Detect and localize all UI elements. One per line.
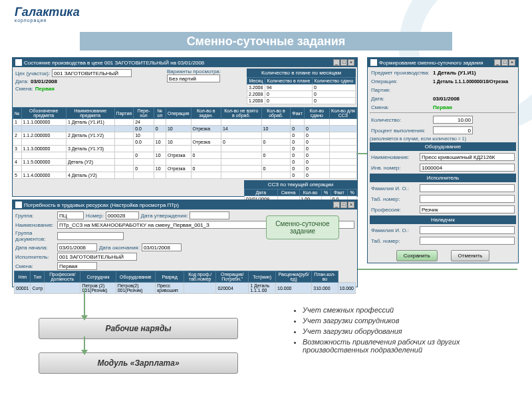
page-title: Сменно-суточные задания bbox=[80, 32, 452, 51]
pct-input[interactable]: 0 bbox=[433, 126, 473, 134]
performer-tab[interactable] bbox=[420, 195, 515, 203]
equipment-name[interactable]: Пресс кривошипный КД2126К bbox=[420, 153, 515, 161]
labor-table[interactable]: НппТипПрофессия/должностьСотрудникОборуд… bbox=[14, 271, 356, 294]
view-option[interactable]: Без партий bbox=[167, 74, 220, 82]
window-ssz-form: Формирование сменно-суточного задания _□… bbox=[367, 57, 519, 263]
adjuster-name[interactable] bbox=[420, 226, 515, 234]
cancel-button[interactable]: Отменить bbox=[451, 250, 490, 261]
min-icon[interactable]: _ bbox=[333, 201, 340, 208]
work-orders-button[interactable]: Рабочие наряды bbox=[39, 318, 238, 339]
save-button[interactable]: Сохранить bbox=[396, 250, 438, 261]
qty-input[interactable]: 10.00 bbox=[433, 116, 473, 124]
min-icon[interactable]: _ bbox=[333, 59, 340, 66]
equipment-inv[interactable]: 1000004 bbox=[420, 164, 515, 172]
close-icon[interactable]: × bbox=[348, 201, 354, 208]
adjuster-tab[interactable] bbox=[420, 237, 515, 245]
window-title: Формирование сменно-суточного задания _□… bbox=[368, 58, 518, 67]
production-table[interactable]: №Обозначение предметаНаименование предме… bbox=[13, 107, 357, 179]
app-icon bbox=[370, 59, 377, 66]
window-title: Потребность в трудовых ресурсах (Настрой… bbox=[13, 200, 357, 209]
window-labor-resources: Потребность в трудовых ресурсах (Настрой… bbox=[12, 200, 358, 287]
max-icon[interactable]: □ bbox=[501, 59, 508, 66]
performer-name[interactable] bbox=[420, 184, 515, 192]
window-production-status: Состояние производства в цехе 001 ЗАГОТО… bbox=[12, 57, 358, 197]
min-icon[interactable]: _ bbox=[494, 59, 501, 66]
shop-field[interactable]: 001 ЗАГОТОВИТЕЛЬНЫЙ bbox=[52, 69, 132, 77]
ssz-header: ССЗ по текущей операции bbox=[244, 180, 357, 189]
feature-bullets: Учет смежных профессийУчет загрузки сотр… bbox=[303, 306, 515, 356]
close-icon[interactable]: × bbox=[509, 59, 515, 66]
max-icon[interactable]: □ bbox=[340, 201, 347, 208]
performer-prof[interactable]: Резчик bbox=[420, 205, 515, 213]
callout-ssz: Сменно-суточноезадание bbox=[266, 215, 339, 239]
window-title: Состояние производства в цехе 001 ЗАГОТО… bbox=[13, 58, 357, 67]
plan-header: Количество в плане по месяцам bbox=[247, 68, 356, 77]
app-icon bbox=[15, 59, 22, 66]
brand-logo: Галактика корпорация bbox=[15, 5, 80, 23]
close-icon[interactable]: × bbox=[348, 59, 354, 66]
app-icon bbox=[15, 201, 22, 208]
max-icon[interactable]: □ bbox=[340, 59, 347, 66]
salary-module-button[interactable]: Модуль «Зарплата» bbox=[39, 352, 238, 374]
plan-table: МесяцКоличество в планеКоличество сдано3… bbox=[247, 77, 356, 104]
